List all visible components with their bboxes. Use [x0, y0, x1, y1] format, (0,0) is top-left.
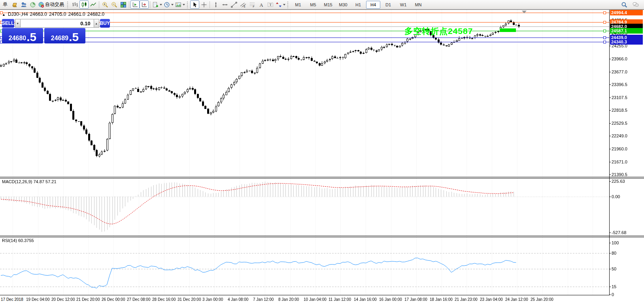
zoom-in-icon [102, 2, 108, 8]
timeframe-mn-button[interactable]: MN [411, 1, 425, 9]
chart-shift-marker-icon[interactable] [522, 11, 527, 13]
rsi-axis-tick [609, 243, 611, 243]
volume-input[interactable] [21, 19, 94, 28]
dropdown-caret-icon[interactable] [171, 4, 174, 6]
sell-price-fraction: .5 [26, 32, 36, 43]
time-axis-label: 10 Jan 04:00 [304, 297, 327, 302]
tile-windows-button[interactable] [119, 0, 128, 9]
ohlc-close: 24682.0 [87, 11, 104, 17]
buy-price-button[interactable]: 24689.5 [44, 28, 85, 43]
line-endpoint-handle[interactable] [603, 36, 606, 39]
main-chart-canvas[interactable] [0, 10, 609, 177]
ohlc-open: 24663.0 [30, 11, 47, 17]
periods-button[interactable] [163, 0, 174, 9]
bar-chart-mode-button[interactable] [70, 0, 79, 9]
horizontal-line-icon [222, 2, 228, 8]
rsi-indicator-label: RSI(14) 60.3755 [2, 238, 34, 243]
new-chart-button[interactable] [151, 0, 163, 9]
sell-price-button[interactable]: 24680.5 [2, 28, 43, 43]
chart-shift-button[interactable] [140, 0, 149, 9]
time-axis-label: 18 Jan 16:00 [430, 297, 453, 302]
line-endpoint-handle[interactable] [603, 30, 606, 32]
line-endpoint-handle[interactable] [603, 41, 606, 43]
dropdown-caret-icon[interactable] [283, 4, 285, 6]
arrows-button[interactable] [275, 0, 286, 9]
rsi-panel-canvas[interactable] [0, 237, 609, 295]
chart-window[interactable]: ▲DJ30-,H424663.024705.024661.024682.0 SE… [0, 9, 644, 304]
chat-button[interactable] [631, 0, 640, 9]
line-chart-mode-button[interactable] [89, 0, 98, 9]
signals-button[interactable] [28, 0, 37, 9]
timeframe-m1-button[interactable]: M1 [291, 1, 305, 9]
horizontal-line-button[interactable] [220, 0, 229, 9]
accounts-button[interactable] [19, 0, 28, 9]
zoom-out-icon [111, 2, 117, 8]
tile-windows-icon [120, 2, 127, 8]
price-axis-tick [609, 110, 611, 111]
templates-button[interactable] [174, 0, 186, 9]
zoom-in-button[interactable] [100, 0, 110, 9]
pivot-annotation-text[interactable]: 多空转折点24587 [404, 26, 473, 37]
crosshair-button[interactable] [199, 0, 208, 9]
line-endpoint-handle[interactable] [603, 21, 606, 24]
signals-icon [30, 2, 36, 8]
timeframe-w1-button[interactable]: W1 [396, 1, 410, 9]
cursor-button[interactable] [190, 0, 199, 9]
zoom-out-button[interactable] [110, 0, 119, 9]
sell-button[interactable]: SELL [2, 19, 14, 28]
price-axis-tick-label: 23396.5 [612, 82, 627, 87]
horizontal-price-line[interactable] [0, 31, 609, 31]
svg-text:T: T [269, 3, 272, 7]
timeframe-m5-button[interactable]: M5 [306, 1, 320, 9]
price-axis-tick-label: 23966.0 [612, 56, 627, 61]
ohlc-high: 24705.0 [49, 11, 66, 17]
text-button[interactable]: A [257, 0, 266, 9]
rsi-axis-label: 100 [612, 240, 619, 245]
price-axis-tick-label: 21390.5 [612, 172, 627, 177]
candlestick-mode-button[interactable] [79, 0, 89, 9]
time-axis-label: 8 Jan 20:00 [278, 297, 299, 302]
text-icon: A [258, 2, 264, 8]
candlestick-mode-icon [81, 2, 87, 8]
timeframe-h4-button[interactable]: H4 [366, 1, 380, 9]
rsi-axis-tick [609, 269, 611, 269]
search-button[interactable] [619, 0, 629, 9]
macd-panel-canvas[interactable] [0, 178, 609, 236]
price-axis-tick [609, 59, 611, 59]
time-axis-label: 25 Jan 20:00 [531, 297, 553, 302]
dropdown-caret-icon[interactable] [183, 4, 185, 6]
equidistant-channel-button[interactable]: E [238, 0, 247, 9]
macd-indicator-label: MACD(12,26,9) 74.87 57.21 [2, 179, 57, 184]
timeframe-h1-button[interactable]: H1 [351, 1, 365, 9]
fibonacci-button[interactable]: F [247, 0, 257, 9]
one-click-trading-panel: SELL ▼ ▲ BUY 24680.5 24689.5 [2, 19, 85, 43]
macd-axis-tick [609, 197, 611, 197]
volume-increase-button[interactable]: ▲ [94, 19, 99, 28]
new-order-button[interactable]: 单 [1, 0, 10, 9]
vertical-line-button[interactable] [211, 0, 220, 9]
text-label-button[interactable]: T [266, 0, 275, 9]
auto-scroll-button[interactable] [130, 0, 140, 9]
volume-decrease-button[interactable]: ▼ [15, 19, 21, 28]
price-axis-tick [609, 136, 611, 136]
rsi-axis-tick [609, 253, 611, 253]
timeframe-d1-button[interactable]: D1 [381, 1, 395, 9]
price-axis-tick-label: 23107.5 [612, 95, 627, 100]
collapse-panel-icon[interactable]: ▲ [2, 13, 6, 17]
highlight-rectangle[interactable] [500, 28, 516, 32]
timeframe-m30-button[interactable]: M30 [336, 1, 350, 9]
line-endpoint-handle[interactable] [603, 11, 606, 14]
trend-line-button[interactable] [229, 0, 238, 9]
horizontal-price-line[interactable] [0, 38, 609, 38]
time-axis-label: 21 Dec 20:00 [76, 297, 100, 302]
timeframe-m15-button[interactable]: M15 [321, 1, 335, 9]
macd-axis-label: 0.00 [612, 194, 620, 199]
new-chart-icon [152, 2, 159, 8]
autotrading-button[interactable]: 自动交易 [37, 0, 66, 9]
order-book-button[interactable] [10, 0, 19, 9]
horizontal-price-line[interactable] [0, 42, 609, 42]
dropdown-caret-icon[interactable] [160, 4, 162, 6]
time-axis-label: 27 Dec 08:00 [127, 297, 151, 302]
buy-button[interactable]: BUY [100, 19, 110, 28]
autotrading-label: 自动交易 [45, 1, 64, 8]
